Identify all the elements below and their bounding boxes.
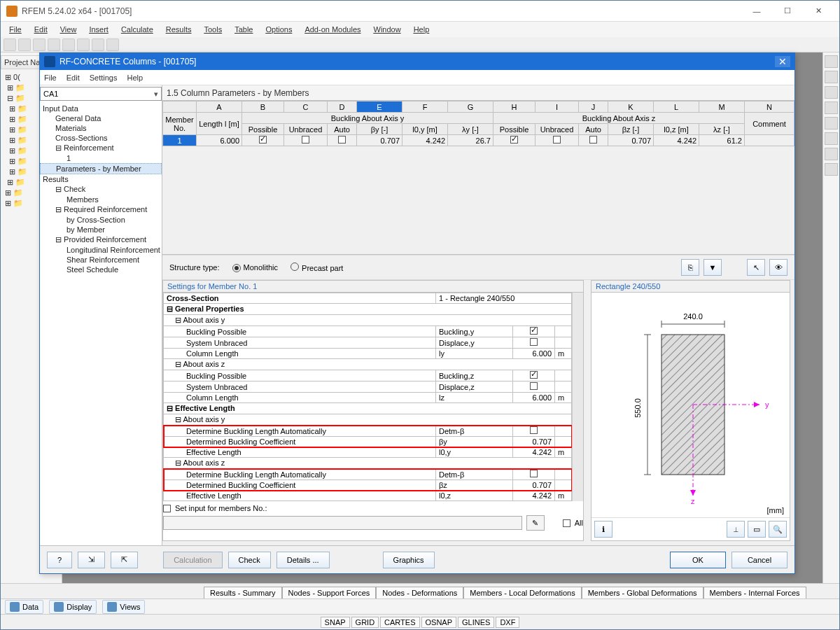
settings-scrollbar[interactable] (572, 293, 583, 501)
cell-length[interactable]: 6.000 (197, 135, 242, 146)
right-tool-icon[interactable] (825, 148, 838, 160)
nav-input-data[interactable]: Input Data (40, 104, 162, 113)
pick-members-button[interactable]: ✎ (526, 515, 545, 531)
result-tab-members-global[interactable]: Members - Global Deformations (582, 587, 704, 598)
footer-tab-display[interactable]: Display (49, 600, 97, 614)
status-cartes[interactable]: CARTES (380, 617, 419, 628)
cell-lamz[interactable]: 61.2 (699, 135, 745, 146)
set-input-members-field[interactable] (163, 516, 522, 530)
axis-button[interactable]: ⟂ (727, 521, 745, 538)
nav-check-members[interactable]: Members (40, 195, 162, 204)
footer-tab-data[interactable]: Data (5, 600, 43, 614)
status-glines[interactable]: GLINES (458, 617, 494, 628)
menu-help[interactable]: Help (408, 24, 435, 35)
cell-l0z[interactable]: 4.242 (654, 135, 699, 146)
view-button[interactable]: 👁 (769, 259, 788, 276)
cell-betaz[interactable]: 0.707 (608, 135, 654, 146)
menu-file[interactable]: File (4, 24, 27, 35)
cell-auto-z[interactable] (579, 135, 608, 146)
dlg-menu-edit[interactable]: Edit (66, 74, 80, 82)
dialog-titlebar[interactable]: RF-CONCRETE Columns - [001705] ✕ (40, 53, 794, 70)
nav-provided-reinf[interactable]: ⊟ Provided Reinforcement (40, 234, 162, 245)
cell-unbr-z[interactable] (536, 135, 579, 146)
right-tool-icon[interactable] (825, 163, 838, 176)
menu-addons[interactable]: Add-on Modules (299, 24, 366, 35)
right-tool-icon[interactable] (825, 117, 838, 130)
toolbar-icon[interactable] (48, 38, 60, 51)
dlg-menu-file[interactable]: File (44, 74, 57, 82)
result-tab-members-local[interactable]: Members - Local Deformations (463, 587, 581, 598)
nav-shear[interactable]: Shear Reinforcement (40, 255, 162, 265)
nav-reinforcement[interactable]: ⊟ Reinforcement (40, 143, 162, 153)
ok-button[interactable]: OK (670, 552, 726, 568)
nav-general-data[interactable]: General Data (40, 113, 162, 123)
right-tool-icon[interactable] (825, 102, 838, 114)
cell-comment[interactable] (745, 135, 794, 146)
menu-insert[interactable]: Insert (83, 24, 114, 35)
menu-calculate[interactable]: Calculate (115, 24, 159, 35)
result-tab-members-internal[interactable]: Members - Internal Forces (704, 587, 806, 598)
parameters-table[interactable]: A B C D E F G H I J K L M N (162, 101, 794, 146)
nav-by-cross-section[interactable]: by Cross-Section (40, 215, 162, 225)
right-tool-icon[interactable] (825, 55, 838, 68)
set-input-checkbox[interactable] (163, 505, 171, 512)
cell-auto-y[interactable] (328, 135, 357, 146)
toolbar-icon[interactable] (33, 38, 46, 51)
cell-lamy[interactable]: 26.7 (448, 135, 493, 146)
menu-table[interactable]: Table (229, 24, 258, 35)
prop-cross-section-value[interactable]: 1 - Rectangle 240/550 (436, 293, 572, 304)
menu-tools[interactable]: Tools (198, 24, 227, 35)
menu-edit[interactable]: Edit (29, 24, 53, 35)
table-row[interactable]: 1 6.000 0.707 4.242 26.7 0.707 4.242 6 (163, 135, 794, 146)
copy-button[interactable]: ⎘ (681, 259, 699, 276)
import-button[interactable]: ⇱ (111, 552, 138, 568)
nav-longitudinal[interactable]: Longitudinal Reinforcement (40, 245, 162, 255)
case-combo[interactable]: CA1 ▾ (40, 87, 162, 101)
pick-button[interactable]: ↖ (747, 259, 765, 276)
graphics-button[interactable]: Graphics (383, 552, 435, 568)
status-osnap[interactable]: OSNAP (421, 617, 457, 628)
cell-unbr-y[interactable] (284, 135, 328, 146)
cell-poss-z[interactable] (493, 135, 536, 146)
footer-tab-views[interactable]: Views (102, 600, 145, 614)
nav-cross-sections[interactable]: Cross-Sections (40, 133, 162, 143)
right-tool-icon[interactable] (825, 71, 838, 83)
status-snap[interactable]: SNAP (321, 617, 350, 628)
status-dxf[interactable]: DXF (496, 617, 519, 628)
toolbar-icon[interactable] (92, 38, 104, 51)
check-button[interactable]: Check (228, 552, 271, 568)
toolbar-icon[interactable] (77, 38, 90, 51)
toolbar-icon[interactable] (18, 38, 31, 51)
cell-l0y[interactable]: 4.242 (402, 135, 448, 146)
menu-view[interactable]: View (55, 24, 83, 35)
result-tab-nodes-support[interactable]: Nodes - Support Forces (282, 587, 377, 598)
menu-results[interactable]: Results (160, 24, 197, 35)
cancel-button[interactable]: Cancel (732, 552, 788, 568)
nav-parameters-by-member[interactable]: Parameters - by Member (40, 163, 162, 174)
details-button[interactable]: Details ... (276, 552, 330, 568)
zoom-button[interactable]: 🔍 (769, 521, 787, 538)
radio-precast[interactable]: Precast part (290, 262, 343, 272)
nav-materials[interactable]: Materials (40, 123, 162, 133)
nav-check[interactable]: ⊟ Check (40, 184, 162, 195)
menu-options[interactable]: Options (260, 24, 298, 35)
toolbar-icon[interactable] (4, 38, 16, 51)
calculation-button[interactable]: Calculation (163, 552, 222, 568)
dlg-menu-settings[interactable]: Settings (90, 74, 118, 82)
radio-monolithic[interactable]: Monolithic (232, 263, 279, 272)
toolbar-icon[interactable] (62, 38, 75, 51)
nav-reinforcement-1[interactable]: 1 (40, 153, 162, 163)
info-button[interactable]: ℹ (594, 521, 612, 538)
nav-required-reinf[interactable]: ⊟ Required Reinforcement (40, 204, 162, 215)
nav-results[interactable]: Results (40, 174, 162, 184)
export-button[interactable]: ⇲ (78, 552, 105, 568)
right-tool-icon[interactable] (825, 86, 838, 99)
status-grid[interactable]: GRID (351, 617, 379, 628)
settings-property-grid[interactable]: Cross-Section1 - Rectangle 240/550 ⊟ Gen… (163, 293, 572, 501)
menu-window[interactable]: Window (368, 24, 407, 35)
nav-steel-schedule[interactable]: Steel Schedule (40, 265, 162, 274)
all-checkbox[interactable] (563, 519, 570, 527)
filter-button[interactable]: ▼ (704, 259, 722, 276)
right-tool-icon[interactable] (825, 132, 838, 145)
toolbar-icon[interactable] (106, 38, 119, 51)
